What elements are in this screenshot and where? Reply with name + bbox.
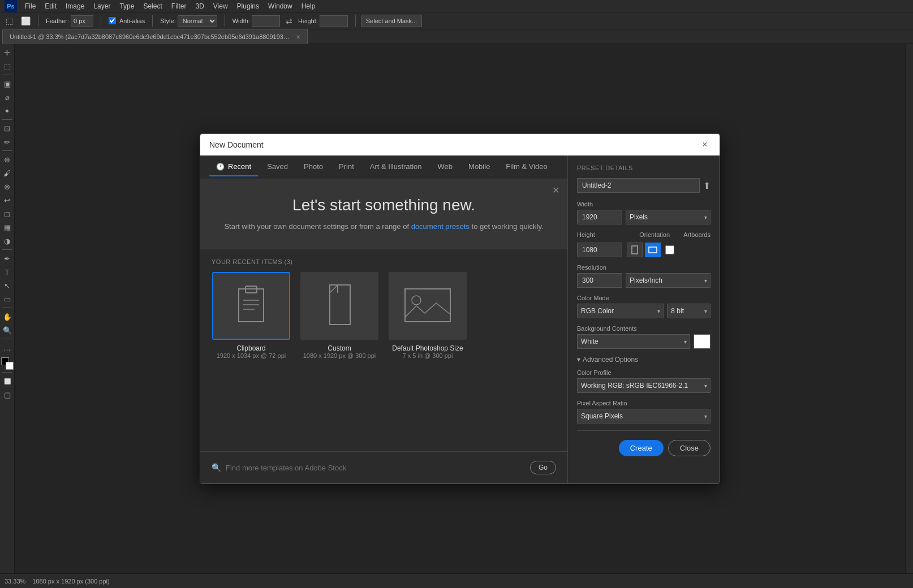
marquee-tool[interactable]: ▣ <box>1 77 14 90</box>
crop-tool[interactable]: ⊡ <box>1 122 14 135</box>
preset-save-button[interactable]: ⬆ <box>703 180 710 191</box>
feather-input[interactable] <box>71 15 93 27</box>
clipboard-info: 1920 x 1034 px @ 72 ppi <box>217 352 286 359</box>
landscape-btn[interactable] <box>645 243 661 257</box>
tool-sep1 <box>2 75 12 75</box>
swap-icon[interactable]: ⇄ <box>286 16 292 25</box>
eraser-tool[interactable]: ◻ <box>1 207 14 220</box>
default-ps-icon <box>402 286 453 326</box>
toolbar-sep2 <box>101 15 101 27</box>
toolbar-marquee2: ⬜ <box>19 15 33 27</box>
history-brush-tool[interactable]: ↩ <box>1 194 14 206</box>
anti-alias-checkbox[interactable] <box>109 17 116 24</box>
tab-saved[interactable]: Saved <box>260 158 295 176</box>
magic-wand-tool[interactable]: ✦ <box>1 105 14 117</box>
tab-photo[interactable]: Photo <box>297 158 330 176</box>
tab-web[interactable]: Web <box>431 158 460 176</box>
new-document-dialog: New Document × 🕐 Recent <box>200 133 720 484</box>
tab-mobile[interactable]: Mobile <box>462 158 497 176</box>
custom-thumb <box>300 272 378 340</box>
menu-type[interactable]: Type <box>116 1 137 11</box>
preset-name-row: ⬆ <box>577 178 710 193</box>
orientation-field-label: Orientation <box>639 231 679 238</box>
search-input[interactable] <box>226 464 526 472</box>
width-field-input[interactable] <box>577 210 622 224</box>
style-select[interactable]: Normal <box>178 15 217 27</box>
menu-select[interactable]: Select <box>140 1 165 11</box>
artboard-tool[interactable]: ⬚ <box>1 60 14 72</box>
screen-mode[interactable]: ▢ <box>1 388 14 401</box>
stamp-tool[interactable]: ⊚ <box>1 180 14 193</box>
menu-layer[interactable]: Layer <box>90 1 114 11</box>
dialog-footer: Create Close <box>577 430 710 456</box>
menu-help[interactable]: Help <box>298 1 319 11</box>
recent-item-custom[interactable]: Custom 1080 x 1920 px @ 300 ppi <box>300 272 379 359</box>
gradient-tool[interactable]: ▦ <box>1 221 14 234</box>
width-unit-select[interactable]: Pixels <box>626 210 710 224</box>
height-field-input[interactable] <box>577 243 622 257</box>
color-swatches[interactable] <box>1 357 14 370</box>
color-profile-select[interactable]: Working RGB: sRGB IEC61966-2.1 <box>577 378 710 393</box>
recent-item-default[interactable]: Default Photoshop Size 7 x 5 in @ 300 pp… <box>388 272 467 359</box>
zoom-tool[interactable]: 🔍 <box>1 324 14 336</box>
recent-label: YOUR RECENT ITEMS (3) <box>212 258 556 265</box>
preset-name-input[interactable] <box>577 178 700 193</box>
menu-file[interactable]: File <box>21 1 39 11</box>
tab-art-illustration[interactable]: Art & Illustration <box>363 158 429 176</box>
background-color[interactable] <box>6 362 14 370</box>
color-depth-select[interactable]: 8 bit <box>667 304 710 318</box>
document-presets-link[interactable]: document presets <box>411 222 470 231</box>
menu-view[interactable]: View <box>210 1 231 11</box>
lasso-tool[interactable]: ⌀ <box>1 91 14 103</box>
brush-tool[interactable]: 🖌 <box>1 167 14 179</box>
resolution-unit-select[interactable]: Pixels/Inch <box>626 273 710 288</box>
quick-mask[interactable]: ⬜ <box>1 375 14 387</box>
path-tool[interactable]: ↖ <box>1 279 14 292</box>
menu-filter[interactable]: Filter <box>168 1 190 11</box>
tab-recent[interactable]: 🕐 Recent <box>209 158 258 176</box>
shape-tool[interactable]: ▭ <box>1 293 14 305</box>
bg-contents-select[interactable]: White <box>577 334 690 349</box>
clock-icon: 🕐 <box>216 163 225 171</box>
tool-sep4 <box>2 249 12 250</box>
menu-image[interactable]: Image <box>62 1 88 11</box>
menu-window[interactable]: Window <box>265 1 296 11</box>
tab-print[interactable]: Print <box>332 158 361 176</box>
hand-tool[interactable]: ✋ <box>1 310 14 323</box>
text-tool[interactable]: T <box>1 266 14 278</box>
heal-tool[interactable]: ⊕ <box>1 153 14 166</box>
height-orientation-group: Height Orientation Artboards <box>577 231 710 257</box>
artboards-checkbox[interactable] <box>665 245 674 254</box>
menu-edit[interactable]: Edit <box>41 1 60 11</box>
ps-logo: Ps <box>5 0 17 12</box>
svg-rect-7 <box>405 289 450 322</box>
select-mask-button[interactable]: Select and Mask... <box>361 15 423 27</box>
bg-color-swatch[interactable] <box>694 334 710 349</box>
recent-item-clipboard[interactable]: Clipboard 1920 x 1034 px @ 72 ppi <box>212 272 291 359</box>
dialog-close-button[interactable]: Close <box>668 440 710 456</box>
pen-tool[interactable]: ✒ <box>1 252 14 265</box>
hero-close-btn[interactable]: ✕ <box>552 185 559 196</box>
advanced-options-toggle[interactable]: ▾ Advanced Options <box>577 356 710 364</box>
document-tab[interactable]: Untitled-1 @ 33.3% (2ac7d7a32b8087c6960e… <box>2 29 308 44</box>
eyedropper-tool[interactable]: ✏ <box>1 136 14 148</box>
width-input[interactable] <box>252 15 280 27</box>
menu-plugins[interactable]: Plugins <box>234 1 262 11</box>
search-go-button[interactable]: Go <box>530 461 556 474</box>
move-tool[interactable]: ✛ <box>1 46 14 59</box>
create-button[interactable]: Create <box>619 440 664 456</box>
tab-close-btn[interactable]: ✕ <box>296 34 300 40</box>
zoom-level: 33.33% <box>5 578 25 585</box>
pixel-aspect-select[interactable]: Square Pixels <box>577 409 710 423</box>
hero-subtitle: Start with your own document settings or… <box>212 221 556 232</box>
height-input[interactable] <box>320 15 348 27</box>
dialog-close-btn[interactable]: × <box>699 139 710 150</box>
portrait-btn[interactable] <box>627 243 643 257</box>
dodge-tool[interactable]: ◑ <box>1 235 14 247</box>
vertical-scrollbar[interactable] <box>905 44 913 573</box>
color-mode-select[interactable]: RGB Color <box>577 304 664 318</box>
resolution-field-input[interactable] <box>577 273 622 288</box>
tab-film-video[interactable]: Film & Video <box>499 158 554 176</box>
more-tools[interactable]: … <box>1 341 14 354</box>
menu-3d[interactable]: 3D <box>192 1 207 11</box>
